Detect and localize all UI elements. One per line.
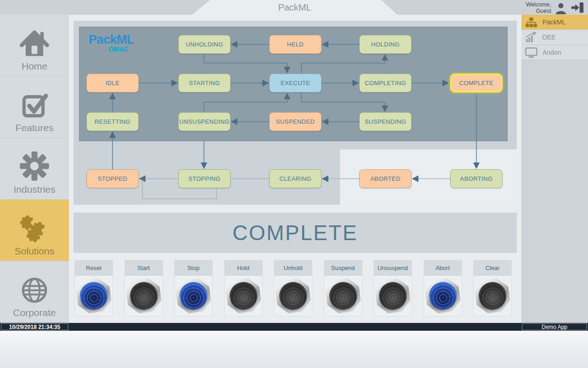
home-icon — [18, 28, 51, 59]
footer-area — [0, 331, 588, 368]
control-body — [125, 276, 163, 316]
current-state-text: COMPLETE — [232, 220, 358, 245]
state-suspending: SUSPENDING — [359, 112, 412, 131]
menu-item-label: Andon — [543, 49, 561, 56]
sidebar-item-features[interactable]: Features — [0, 76, 69, 138]
state-unholding: UNHOLDING — [178, 35, 231, 54]
control-label: Unsuspend — [374, 260, 412, 276]
puzzle-icon — [17, 211, 51, 244]
app-name-badge: Demo App — [522, 323, 587, 330]
control-label: Unhold — [274, 260, 312, 276]
welcome-text: Welcome, Guest — [526, 1, 551, 14]
packml-logo-text: PackML — [89, 34, 144, 46]
control-body — [75, 276, 113, 316]
sidebar-item-label: Home — [22, 61, 47, 72]
menu-item-label: PackML — [543, 18, 566, 26]
button-face-blue — [78, 280, 109, 311]
state-holding: HOLDING — [359, 35, 412, 54]
sidebar-item-home[interactable]: Home — [0, 15, 69, 76]
sidebar-item-label: Industries — [13, 184, 55, 195]
top-bar: PackML Welcome, Guest — [0, 0, 588, 15]
chart-increase-icon — [525, 32, 537, 43]
gear-icon — [18, 150, 51, 182]
control-unhold-card: Unhold — [274, 260, 312, 316]
state-starting: STARTING — [178, 74, 231, 92]
control-hold-card: Hold — [224, 260, 263, 316]
sidebar-item-label: Corporate — [13, 307, 56, 318]
globe-icon — [18, 275, 51, 305]
status-bar: 10/29/2018 21:34:35 Demo App — [0, 323, 588, 331]
state-clearing: CLEARING — [269, 169, 322, 188]
welcome-line2: Guest — [526, 8, 551, 14]
checkbox-icon — [18, 90, 51, 121]
control-suspend-button[interactable] — [324, 276, 362, 315]
left-sidebar: HomeFeaturesIndustriesSolutionsCorporate — [0, 15, 69, 323]
button-face-black — [128, 280, 159, 311]
right-menu: PackMLOEEAndon — [521, 15, 588, 323]
state-stopped: STOPPED — [86, 169, 139, 188]
control-stop-card: Stop — [174, 260, 213, 316]
control-body — [374, 276, 412, 316]
state-diagram: PackML an OMAC standard UNHOLDINGHELDHOL… — [74, 21, 517, 205]
control-label: Stop — [175, 260, 212, 276]
control-label: Abort — [424, 260, 462, 276]
state-stopping: STOPPING — [178, 169, 231, 188]
sidebar-item-label: Features — [16, 122, 54, 133]
menu-item-packml[interactable]: PackML — [521, 15, 588, 30]
control-label: Clear — [474, 260, 511, 276]
app-title-tab: PackML — [192, 0, 397, 15]
control-label: Hold — [225, 260, 262, 276]
button-face-blue — [427, 280, 458, 311]
monitor-icon — [525, 47, 537, 58]
state-idle: IDLE — [86, 74, 139, 92]
state-resetting: RESETTING — [86, 112, 139, 131]
control-start-card: Start — [124, 260, 163, 316]
control-body — [274, 276, 312, 316]
timestamp: 10/29/2018 21:34:35 — [1, 323, 68, 330]
state-complete: COMPLETE — [450, 74, 503, 92]
state-aborting: ABORTING — [450, 169, 503, 188]
control-start-button[interactable] — [124, 276, 163, 315]
menu-item-andon[interactable]: Andon — [521, 45, 588, 60]
page-title: PackML — [278, 2, 311, 13]
control-body — [225, 276, 262, 316]
control-abort-card: Abort — [424, 260, 462, 316]
sidebar-item-industries[interactable]: Industries — [0, 138, 69, 200]
control-hold-button[interactable] — [224, 276, 263, 315]
user-icon[interactable] — [554, 2, 568, 16]
menu-item-label: OEE — [542, 34, 556, 41]
menu-item-oee[interactable]: OEE — [521, 30, 588, 45]
status-banner: COMPLETE — [74, 213, 517, 253]
control-unsuspend-card: Unsuspend — [373, 260, 412, 316]
sidebar-item-solutions[interactable]: Solutions — [0, 200, 69, 261]
control-clear-card: Clear — [473, 260, 512, 316]
button-face-black — [277, 280, 309, 311]
button-face-black — [328, 280, 359, 311]
control-unhold-button[interactable] — [274, 276, 312, 315]
control-abort-button[interactable] — [424, 276, 462, 315]
control-label: Suspend — [324, 260, 362, 276]
control-body — [175, 276, 212, 316]
state-aborted: ABORTED — [359, 169, 412, 188]
state-held: HELD — [269, 35, 322, 54]
sidebar-item-corporate[interactable]: Corporate — [0, 261, 69, 323]
control-reset-button[interactable] — [74, 276, 113, 315]
logout-icon[interactable] — [571, 2, 584, 15]
packml-logo: PackML an OMAC standard — [89, 34, 144, 52]
button-face-blue — [178, 280, 209, 311]
control-unsuspend-button[interactable] — [373, 276, 412, 315]
welcome-line1: Welcome, — [526, 1, 551, 8]
button-face-black — [477, 280, 508, 311]
control-reset-card: Reset — [74, 260, 113, 316]
control-clear-button[interactable] — [473, 276, 512, 315]
controls-row: ResetStartStopHoldUnholdSuspendUnsuspend… — [74, 260, 518, 316]
control-body — [324, 276, 362, 316]
sitemap-icon — [525, 17, 537, 28]
state-completing: COMPLETING — [359, 74, 412, 92]
control-label: Reset — [75, 260, 113, 276]
control-stop-button[interactable] — [174, 276, 213, 315]
omac-standard-text: an OMAC standard — [89, 46, 144, 52]
state-unsuspending: UNSUSPENDING — [178, 112, 231, 131]
sidebar-item-label: Solutions — [15, 246, 54, 257]
control-label: Start — [125, 260, 163, 276]
